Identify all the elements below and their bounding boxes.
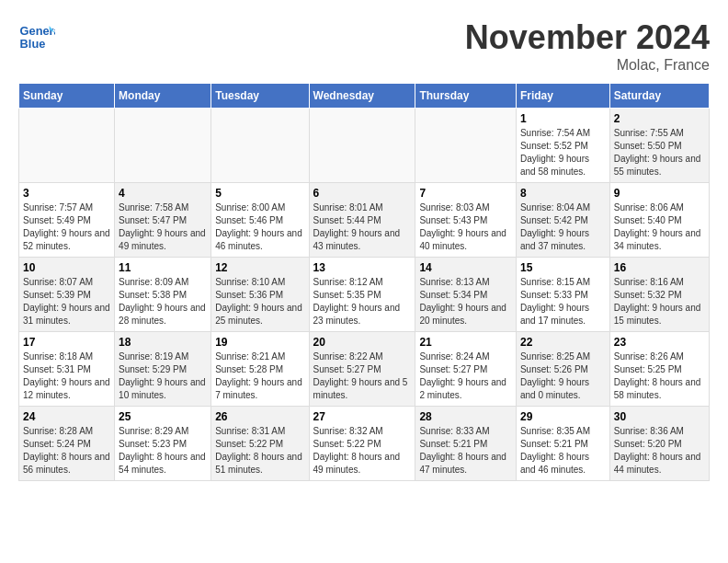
day-info: Sunrise: 8:06 AM Sunset: 5:40 PM Dayligh… — [614, 201, 705, 253]
day-number: 18 — [119, 336, 207, 349]
day-info: Sunrise: 8:13 AM Sunset: 5:34 PM Dayligh… — [419, 276, 512, 327]
day-number: 3 — [23, 187, 110, 200]
location: Molac, France — [465, 57, 710, 74]
logo-icon: General Blue — [18, 18, 55, 55]
day-cell: 8Sunrise: 8:04 AM Sunset: 5:42 PM Daylig… — [516, 183, 609, 258]
day-info: Sunrise: 7:57 AM Sunset: 5:49 PM Dayligh… — [23, 201, 110, 253]
day-cell: 13Sunrise: 8:12 AM Sunset: 5:35 PM Dayli… — [309, 258, 415, 332]
day-info: Sunrise: 8:31 AM Sunset: 5:22 PM Dayligh… — [215, 425, 304, 477]
day-cell: 29Sunrise: 8:35 AM Sunset: 5:21 PM Dayli… — [516, 407, 609, 481]
day-info: Sunrise: 8:19 AM Sunset: 5:29 PM Dayligh… — [119, 350, 207, 402]
day-cell: 6Sunrise: 8:01 AM Sunset: 5:44 PM Daylig… — [309, 183, 415, 258]
day-number: 7 — [419, 187, 512, 200]
day-info: Sunrise: 8:18 AM Sunset: 5:31 PM Dayligh… — [23, 350, 110, 402]
day-cell: 11Sunrise: 8:09 AM Sunset: 5:38 PM Dayli… — [115, 258, 211, 332]
day-number: 30 — [614, 410, 705, 423]
day-number: 6 — [313, 187, 412, 200]
title-area: November 2024 Molac, France — [465, 18, 710, 74]
day-info: Sunrise: 8:01 AM Sunset: 5:44 PM Dayligh… — [313, 201, 412, 253]
day-info: Sunrise: 8:35 AM Sunset: 5:21 PM Dayligh… — [520, 425, 606, 477]
day-cell: 17Sunrise: 8:18 AM Sunset: 5:31 PM Dayli… — [19, 332, 115, 407]
week-row-3: 10Sunrise: 8:07 AM Sunset: 5:39 PM Dayli… — [19, 258, 710, 332]
day-info: Sunrise: 8:15 AM Sunset: 5:33 PM Dayligh… — [520, 276, 606, 327]
day-cell: 18Sunrise: 8:19 AM Sunset: 5:29 PM Dayli… — [115, 332, 211, 407]
day-number: 19 — [215, 336, 304, 349]
day-cell: 7Sunrise: 8:03 AM Sunset: 5:43 PM Daylig… — [415, 183, 517, 258]
day-cell: 21Sunrise: 8:24 AM Sunset: 5:27 PM Dayli… — [415, 332, 517, 407]
week-row-4: 17Sunrise: 8:18 AM Sunset: 5:31 PM Dayli… — [19, 332, 710, 407]
day-number: 2 — [614, 112, 705, 125]
day-number: 17 — [23, 336, 110, 349]
day-info: Sunrise: 8:29 AM Sunset: 5:23 PM Dayligh… — [119, 425, 207, 477]
day-number: 27 — [313, 410, 412, 423]
day-cell: 3Sunrise: 7:57 AM Sunset: 5:49 PM Daylig… — [19, 183, 115, 258]
day-number: 14 — [419, 261, 512, 274]
weekday-header-tuesday: Tuesday — [211, 84, 309, 109]
day-info: Sunrise: 8:32 AM Sunset: 5:22 PM Dayligh… — [313, 425, 412, 477]
day-info: Sunrise: 8:22 AM Sunset: 5:27 PM Dayligh… — [313, 350, 412, 402]
week-row-5: 24Sunrise: 8:28 AM Sunset: 5:24 PM Dayli… — [19, 407, 710, 481]
header-row: SundayMondayTuesdayWednesdayThursdayFrid… — [19, 84, 710, 109]
day-info: Sunrise: 8:03 AM Sunset: 5:43 PM Dayligh… — [419, 201, 512, 253]
day-number: 13 — [313, 261, 412, 274]
day-cell: 28Sunrise: 8:33 AM Sunset: 5:21 PM Dayli… — [415, 407, 517, 481]
week-row-2: 3Sunrise: 7:57 AM Sunset: 5:49 PM Daylig… — [19, 183, 710, 258]
day-number: 21 — [419, 336, 512, 349]
weekday-header-wednesday: Wednesday — [309, 84, 415, 109]
day-cell: 26Sunrise: 8:31 AM Sunset: 5:22 PM Dayli… — [211, 407, 309, 481]
day-cell: 9Sunrise: 8:06 AM Sunset: 5:40 PM Daylig… — [609, 183, 709, 258]
day-cell: 15Sunrise: 8:15 AM Sunset: 5:33 PM Dayli… — [516, 258, 609, 332]
day-info: Sunrise: 8:25 AM Sunset: 5:26 PM Dayligh… — [520, 350, 606, 402]
day-cell: 1Sunrise: 7:54 AM Sunset: 5:52 PM Daylig… — [516, 109, 609, 183]
day-cell — [309, 109, 415, 183]
day-info: Sunrise: 7:55 AM Sunset: 5:50 PM Dayligh… — [614, 127, 705, 178]
header: General Blue November 2024 Molac, France — [18, 18, 710, 74]
day-info: Sunrise: 8:07 AM Sunset: 5:39 PM Dayligh… — [23, 276, 110, 327]
day-info: Sunrise: 8:21 AM Sunset: 5:28 PM Dayligh… — [215, 350, 304, 402]
day-cell: 23Sunrise: 8:26 AM Sunset: 5:25 PM Dayli… — [609, 332, 709, 407]
day-number: 29 — [520, 410, 606, 423]
day-cell: 14Sunrise: 8:13 AM Sunset: 5:34 PM Dayli… — [415, 258, 517, 332]
svg-text:Blue: Blue — [20, 37, 46, 51]
day-info: Sunrise: 8:26 AM Sunset: 5:25 PM Dayligh… — [614, 350, 705, 402]
day-number: 1 — [520, 112, 606, 125]
weekday-header-friday: Friday — [516, 84, 609, 109]
day-info: Sunrise: 8:04 AM Sunset: 5:42 PM Dayligh… — [520, 201, 606, 253]
day-cell: 20Sunrise: 8:22 AM Sunset: 5:27 PM Dayli… — [309, 332, 415, 407]
day-number: 9 — [614, 187, 705, 200]
day-number: 12 — [215, 261, 304, 274]
day-cell: 22Sunrise: 8:25 AM Sunset: 5:26 PM Dayli… — [516, 332, 609, 407]
day-number: 23 — [614, 336, 705, 349]
day-cell: 4Sunrise: 7:58 AM Sunset: 5:47 PM Daylig… — [115, 183, 211, 258]
day-cell: 19Sunrise: 8:21 AM Sunset: 5:28 PM Dayli… — [211, 332, 309, 407]
logo: General Blue — [18, 18, 59, 55]
day-cell — [211, 109, 309, 183]
day-number: 25 — [119, 410, 207, 423]
day-info: Sunrise: 8:16 AM Sunset: 5:32 PM Dayligh… — [614, 276, 705, 327]
day-number: 26 — [215, 410, 304, 423]
day-info: Sunrise: 8:00 AM Sunset: 5:46 PM Dayligh… — [215, 201, 304, 253]
day-cell — [115, 109, 211, 183]
day-cell — [415, 109, 517, 183]
day-cell: 27Sunrise: 8:32 AM Sunset: 5:22 PM Dayli… — [309, 407, 415, 481]
day-number: 28 — [419, 410, 512, 423]
day-info: Sunrise: 8:09 AM Sunset: 5:38 PM Dayligh… — [119, 276, 207, 327]
day-number: 20 — [313, 336, 412, 349]
day-number: 8 — [520, 187, 606, 200]
day-info: Sunrise: 8:10 AM Sunset: 5:36 PM Dayligh… — [215, 276, 304, 327]
day-info: Sunrise: 8:24 AM Sunset: 5:27 PM Dayligh… — [419, 350, 512, 402]
day-number: 15 — [520, 261, 606, 274]
day-cell — [19, 109, 115, 183]
day-cell: 5Sunrise: 8:00 AM Sunset: 5:46 PM Daylig… — [211, 183, 309, 258]
day-number: 16 — [614, 261, 705, 274]
day-cell: 30Sunrise: 8:36 AM Sunset: 5:20 PM Dayli… — [609, 407, 709, 481]
day-info: Sunrise: 8:36 AM Sunset: 5:20 PM Dayligh… — [614, 425, 705, 477]
day-number: 11 — [119, 261, 207, 274]
day-number: 4 — [119, 187, 207, 200]
day-info: Sunrise: 8:33 AM Sunset: 5:21 PM Dayligh… — [419, 425, 512, 477]
day-cell: 12Sunrise: 8:10 AM Sunset: 5:36 PM Dayli… — [211, 258, 309, 332]
weekday-header-monday: Monday — [115, 84, 211, 109]
day-number: 10 — [23, 261, 110, 274]
day-info: Sunrise: 8:28 AM Sunset: 5:24 PM Dayligh… — [23, 425, 110, 477]
day-number: 22 — [520, 336, 606, 349]
